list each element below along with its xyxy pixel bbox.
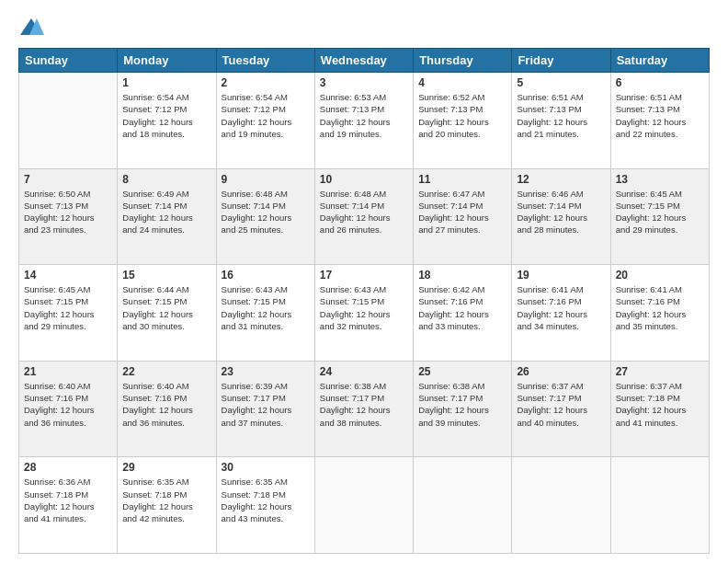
header	[18, 15, 710, 40]
calendar-cell: 27Sunrise: 6:37 AM Sunset: 7:18 PM Dayli…	[610, 361, 709, 457]
calendar-week-row: 14Sunrise: 6:45 AM Sunset: 7:15 PM Dayli…	[19, 265, 710, 362]
calendar-cell: 22Sunrise: 6:40 AM Sunset: 7:16 PM Dayli…	[118, 361, 216, 457]
day-info: Sunrise: 6:50 AM Sunset: 7:13 PM Dayligh…	[24, 188, 112, 236]
calendar-cell: 3Sunrise: 6:53 AM Sunset: 7:13 PM Daylig…	[314, 73, 413, 169]
day-info: Sunrise: 6:48 AM Sunset: 7:14 PM Dayligh…	[222, 188, 310, 236]
calendar-cell: 9Sunrise: 6:48 AM Sunset: 7:14 PM Daylig…	[216, 168, 314, 265]
day-number: 28	[24, 461, 112, 474]
day-info: Sunrise: 6:38 AM Sunset: 7:17 PM Dayligh…	[320, 380, 408, 429]
calendar-cell: 13Sunrise: 6:45 AM Sunset: 7:15 PM Dayli…	[610, 168, 709, 265]
calendar-cell: 1Sunrise: 6:54 AM Sunset: 7:12 PM Daylig…	[118, 73, 216, 169]
day-number: 24	[320, 365, 408, 378]
header-saturday: Saturday	[610, 49, 709, 73]
calendar-cell: 25Sunrise: 6:38 AM Sunset: 7:17 PM Dayli…	[414, 361, 512, 457]
day-info: Sunrise: 6:53 AM Sunset: 7:13 PM Dayligh…	[320, 91, 408, 140]
day-info: Sunrise: 6:40 AM Sunset: 7:16 PM Dayligh…	[122, 380, 210, 429]
calendar-cell: 28Sunrise: 6:36 AM Sunset: 7:18 PM Dayli…	[19, 457, 118, 554]
calendar-cell: 23Sunrise: 6:39 AM Sunset: 7:17 PM Dayli…	[216, 361, 314, 457]
day-info: Sunrise: 6:54 AM Sunset: 7:12 PM Dayligh…	[122, 91, 210, 140]
calendar-cell: 7Sunrise: 6:50 AM Sunset: 7:13 PM Daylig…	[19, 168, 118, 265]
day-info: Sunrise: 6:54 AM Sunset: 7:12 PM Dayligh…	[222, 91, 310, 140]
calendar-week-row: 7Sunrise: 6:50 AM Sunset: 7:13 PM Daylig…	[19, 168, 710, 265]
day-number: 11	[418, 173, 506, 186]
day-number: 17	[320, 269, 408, 282]
day-number: 30	[222, 461, 310, 474]
day-info: Sunrise: 6:44 AM Sunset: 7:15 PM Dayligh…	[122, 283, 210, 332]
day-info: Sunrise: 6:47 AM Sunset: 7:14 PM Dayligh…	[418, 188, 506, 236]
calendar-cell: 19Sunrise: 6:41 AM Sunset: 7:16 PM Dayli…	[512, 265, 610, 362]
header-tuesday: Tuesday	[216, 49, 314, 73]
calendar-cell: 14Sunrise: 6:45 AM Sunset: 7:15 PM Dayli…	[19, 265, 118, 362]
calendar-cell: 16Sunrise: 6:43 AM Sunset: 7:15 PM Dayli…	[216, 265, 314, 362]
calendar-cell: 18Sunrise: 6:42 AM Sunset: 7:16 PM Dayli…	[414, 265, 512, 362]
day-info: Sunrise: 6:48 AM Sunset: 7:14 PM Dayligh…	[320, 188, 408, 236]
calendar-cell	[512, 457, 610, 554]
calendar-cell: 12Sunrise: 6:46 AM Sunset: 7:14 PM Dayli…	[512, 168, 610, 265]
calendar-cell: 10Sunrise: 6:48 AM Sunset: 7:14 PM Dayli…	[314, 168, 413, 265]
header-thursday: Thursday	[414, 49, 512, 73]
calendar-cell	[19, 73, 118, 169]
header-monday: Monday	[118, 49, 216, 73]
day-number: 8	[122, 173, 210, 186]
logo	[18, 15, 48, 40]
day-number: 16	[222, 269, 310, 282]
day-number: 26	[517, 365, 605, 378]
calendar-header-row: SundayMondayTuesdayWednesdayThursdayFrid…	[19, 49, 710, 73]
calendar-cell: 15Sunrise: 6:44 AM Sunset: 7:15 PM Dayli…	[118, 265, 216, 362]
calendar-cell	[314, 457, 413, 554]
calendar-cell: 17Sunrise: 6:43 AM Sunset: 7:15 PM Dayli…	[314, 265, 413, 362]
day-info: Sunrise: 6:41 AM Sunset: 7:16 PM Dayligh…	[616, 283, 704, 332]
day-number: 12	[517, 173, 605, 186]
day-number: 13	[616, 173, 704, 186]
day-info: Sunrise: 6:36 AM Sunset: 7:18 PM Dayligh…	[24, 476, 112, 524]
calendar-cell	[414, 457, 512, 554]
day-number: 1	[122, 76, 210, 89]
calendar-cell: 24Sunrise: 6:38 AM Sunset: 7:17 PM Dayli…	[314, 361, 413, 457]
day-info: Sunrise: 6:42 AM Sunset: 7:16 PM Dayligh…	[418, 283, 506, 332]
page: SundayMondayTuesdayWednesdayThursdayFrid…	[0, 0, 728, 563]
day-info: Sunrise: 6:46 AM Sunset: 7:14 PM Dayligh…	[517, 188, 605, 236]
day-number: 3	[320, 76, 408, 89]
day-info: Sunrise: 6:43 AM Sunset: 7:15 PM Dayligh…	[222, 283, 310, 332]
calendar-cell: 11Sunrise: 6:47 AM Sunset: 7:14 PM Dayli…	[414, 168, 512, 265]
calendar-cell: 20Sunrise: 6:41 AM Sunset: 7:16 PM Dayli…	[610, 265, 709, 362]
header-wednesday: Wednesday	[314, 49, 413, 73]
header-friday: Friday	[512, 49, 610, 73]
day-info: Sunrise: 6:37 AM Sunset: 7:17 PM Dayligh…	[517, 380, 605, 429]
day-number: 22	[122, 365, 210, 378]
day-number: 6	[616, 76, 704, 89]
day-info: Sunrise: 6:41 AM Sunset: 7:16 PM Dayligh…	[517, 283, 605, 332]
calendar-week-row: 28Sunrise: 6:36 AM Sunset: 7:18 PM Dayli…	[19, 457, 710, 554]
day-number: 5	[517, 76, 605, 89]
day-number: 21	[24, 365, 112, 378]
calendar-cell: 21Sunrise: 6:40 AM Sunset: 7:16 PM Dayli…	[19, 361, 118, 457]
day-number: 23	[222, 365, 310, 378]
calendar-cell: 30Sunrise: 6:35 AM Sunset: 7:18 PM Dayli…	[216, 457, 314, 554]
calendar: SundayMondayTuesdayWednesdayThursdayFrid…	[18, 48, 710, 554]
day-number: 14	[24, 269, 112, 282]
day-number: 4	[418, 76, 506, 89]
calendar-cell: 5Sunrise: 6:51 AM Sunset: 7:13 PM Daylig…	[512, 73, 610, 169]
calendar-week-row: 1Sunrise: 6:54 AM Sunset: 7:12 PM Daylig…	[19, 73, 710, 169]
day-info: Sunrise: 6:35 AM Sunset: 7:18 PM Dayligh…	[122, 476, 210, 524]
day-info: Sunrise: 6:52 AM Sunset: 7:13 PM Dayligh…	[418, 91, 506, 140]
calendar-cell: 29Sunrise: 6:35 AM Sunset: 7:18 PM Dayli…	[118, 457, 216, 554]
day-info: Sunrise: 6:51 AM Sunset: 7:13 PM Dayligh…	[616, 91, 704, 140]
logo-icon	[18, 15, 44, 40]
day-info: Sunrise: 6:51 AM Sunset: 7:13 PM Dayligh…	[517, 91, 605, 140]
day-number: 20	[616, 269, 704, 282]
calendar-cell: 6Sunrise: 6:51 AM Sunset: 7:13 PM Daylig…	[610, 73, 709, 169]
day-info: Sunrise: 6:38 AM Sunset: 7:17 PM Dayligh…	[418, 380, 506, 429]
calendar-cell: 4Sunrise: 6:52 AM Sunset: 7:13 PM Daylig…	[414, 73, 512, 169]
day-number: 25	[418, 365, 506, 378]
day-number: 9	[222, 173, 310, 186]
day-number: 29	[122, 461, 210, 474]
day-info: Sunrise: 6:39 AM Sunset: 7:17 PM Dayligh…	[222, 380, 310, 429]
day-number: 19	[517, 269, 605, 282]
calendar-cell: 26Sunrise: 6:37 AM Sunset: 7:17 PM Dayli…	[512, 361, 610, 457]
calendar-week-row: 21Sunrise: 6:40 AM Sunset: 7:16 PM Dayli…	[19, 361, 710, 457]
day-number: 27	[616, 365, 704, 378]
day-number: 15	[122, 269, 210, 282]
header-sunday: Sunday	[19, 49, 118, 73]
day-info: Sunrise: 6:45 AM Sunset: 7:15 PM Dayligh…	[24, 283, 112, 332]
